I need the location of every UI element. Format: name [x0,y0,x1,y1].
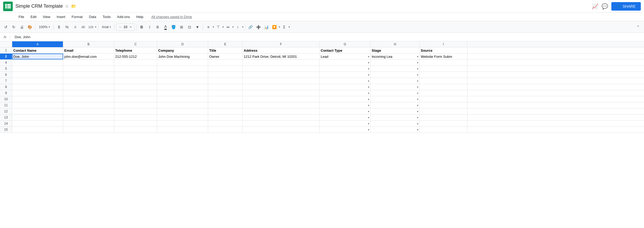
cell-a8[interactable] [12,84,63,90]
cell-e8[interactable] [208,84,243,90]
cell-h5-dropdown[interactable]: ▾ [417,67,418,70]
cell-i8[interactable] [420,84,467,90]
cell-i12[interactable] [420,108,467,114]
cell-g11[interactable]: ▾ [320,102,371,108]
cell-g4-dropdown[interactable]: ▾ [368,61,369,64]
share-button[interactable]: 👤 SHARE [611,2,641,11]
cell-e1[interactable]: Title [208,47,243,53]
merge-button[interactable]: ⊡ [186,23,193,31]
cell-a15[interactable] [12,127,63,133]
cell-g7[interactable]: ▾ [320,78,371,84]
cell-a2[interactable]: Doe, John [12,54,63,59]
cell-e11[interactable] [208,102,243,108]
col-header-b[interactable]: B [63,41,114,47]
fill-color-button[interactable]: 🪣 [170,23,177,31]
cell-e5[interactable] [208,66,243,72]
cell-g7-dropdown[interactable]: ▾ [368,80,369,82]
cell-f13[interactable] [243,115,320,120]
cell-d5[interactable] [157,66,208,72]
cell-a6[interactable] [12,72,63,78]
cell-g8-dropdown[interactable]: ▾ [368,86,369,89]
cell-h11[interactable]: ▾ [371,102,420,108]
cell-h11-dropdown[interactable]: ▾ [417,104,418,107]
cell-g9-dropdown[interactable]: ▾ [368,92,369,95]
cell-d2[interactable]: John Doe Machining [157,54,208,59]
decimal-decrease-button[interactable]: .0 [71,23,79,31]
cell-d11[interactable] [157,102,208,108]
cell-c15[interactable] [114,127,157,133]
cell-f6[interactable] [243,72,320,78]
number-format-button[interactable]: 123 [87,23,95,31]
comment-button[interactable]: ➕ [255,23,262,31]
col-header-a[interactable]: A [12,41,63,47]
cell-e4[interactable] [208,60,243,65]
cell-b2[interactable]: john.doe@email.com [63,54,114,59]
cell-b5[interactable] [63,66,114,72]
decimal-increase-button[interactable]: .00 [79,23,87,31]
cell-f11[interactable] [243,102,320,108]
cell-g2[interactable]: Lead ▾ [320,54,371,59]
cell-f10[interactable] [243,96,320,102]
menu-file[interactable]: File [16,14,27,20]
cell-e10[interactable] [208,96,243,102]
cell-h1[interactable]: Stage [371,47,420,53]
cell-f14[interactable] [243,121,320,126]
cell-g6[interactable]: ▾ [320,72,371,78]
cell-h7-dropdown[interactable]: ▾ [417,80,418,82]
cell-h13[interactable]: ▾ [371,115,420,120]
cell-a1[interactable]: Contact Name [12,47,63,53]
cell-h6-dropdown[interactable]: ▾ [417,73,418,76]
cell-h10[interactable]: ▾ [371,96,420,102]
cell-a7[interactable] [12,78,63,84]
cell-c2[interactable]: 212-555-1212 [114,54,157,59]
bold-button[interactable]: B [138,23,145,31]
row-num-11[interactable]: 11 [0,102,12,108]
cell-d8[interactable] [157,84,208,90]
cell-b9[interactable] [63,90,114,96]
cell-g6-dropdown[interactable]: ▾ [368,73,369,76]
menu-data[interactable]: Data [86,14,99,20]
cell-g14[interactable]: ▾ [320,121,371,126]
cell-d4[interactable] [157,60,208,65]
percent-button[interactable]: % [63,23,71,31]
cell-g10[interactable]: ▾ [320,96,371,102]
cell-f7[interactable] [243,78,320,84]
cell-c9[interactable] [114,90,157,96]
cell-a5[interactable] [12,66,63,72]
cell-g1[interactable]: Contact Type [320,47,371,53]
cell-g15-dropdown[interactable]: ▾ [368,128,369,131]
cell-h14[interactable]: ▾ [371,121,420,126]
cell-c1[interactable]: Telephone [114,47,157,53]
col-header-f[interactable]: F [243,41,320,47]
cell-c13[interactable] [114,115,157,120]
row-num-7[interactable]: 7 [0,78,12,84]
row-num-9[interactable]: 9 [0,90,12,96]
cell-f12[interactable] [243,108,320,114]
cell-g13[interactable]: ▾ [320,115,371,120]
cell-i6[interactable] [420,72,467,78]
cell-f9[interactable] [243,90,320,96]
cell-h12-dropdown[interactable]: ▾ [417,110,418,113]
borders-button[interactable]: ⊞ [178,23,185,31]
sum-button[interactable]: Σ [281,23,288,31]
text-rotate-button[interactable]: ↕ [234,23,242,31]
cell-h5[interactable]: ▾ [371,66,420,72]
cell-h4[interactable]: ▾ [371,60,420,65]
cell-i10[interactable] [420,96,467,102]
cell-g12-dropdown[interactable]: ▾ [368,110,369,113]
italic-button[interactable]: I [146,23,153,31]
row-num-6[interactable]: 6 [0,72,12,78]
cell-f8[interactable] [243,84,320,90]
cell-h9[interactable]: ▾ [371,90,420,96]
cell-g10-dropdown[interactable]: ▾ [368,98,369,101]
cell-d12[interactable] [157,108,208,114]
cell-h14-dropdown[interactable]: ▾ [417,122,418,125]
cell-g8[interactable]: ▾ [320,84,371,90]
menu-format[interactable]: Format [69,14,85,20]
cell-c5[interactable] [114,66,157,72]
col-header-g[interactable]: G [320,41,371,47]
cell-i5[interactable] [420,66,467,72]
cell-i15[interactable] [420,127,467,133]
cell-d14[interactable] [157,121,208,126]
cell-d1[interactable]: Company [157,47,208,53]
